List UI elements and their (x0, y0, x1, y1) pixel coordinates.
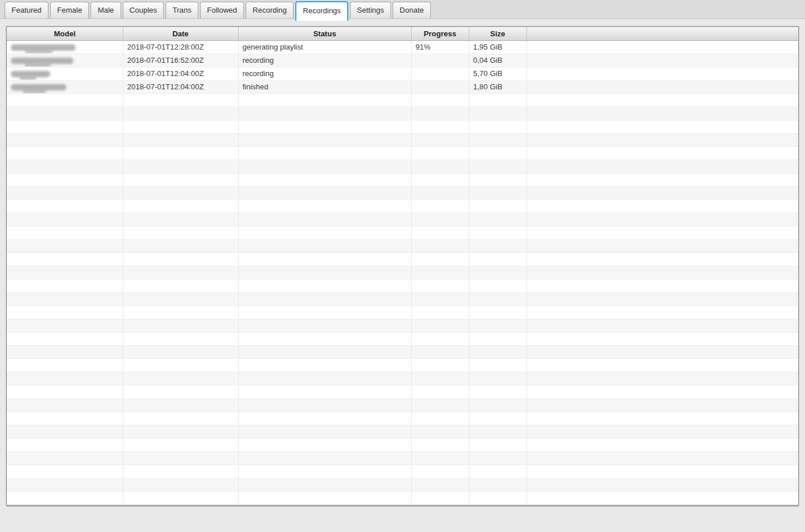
empty-cell (469, 213, 526, 226)
empty-cell (469, 412, 526, 425)
empty-cell (411, 266, 469, 279)
table-row[interactable]: 2018-07-01T16:52:00Zrecording0,04 GiB (7, 54, 798, 67)
empty-cell (469, 120, 526, 133)
empty-table-row (7, 345, 798, 359)
empty-cell (238, 438, 411, 451)
empty-cell (238, 213, 411, 226)
tab-male[interactable]: Male (91, 2, 121, 18)
empty-cell (7, 478, 123, 491)
cell-date[interactable]: 2018-07-01T12:04:00Z (123, 67, 238, 80)
empty-cell (411, 107, 469, 120)
empty-cell (123, 173, 238, 186)
empty-cell (238, 372, 411, 385)
tab-couples[interactable]: Couples (123, 2, 164, 18)
empty-cell (7, 412, 123, 425)
cell-date[interactable]: 2018-07-01T12:28:00Z (123, 40, 238, 54)
cell-size[interactable]: 5,70 GiB (469, 67, 526, 80)
tab-recording[interactable]: Recording (246, 2, 294, 18)
empty-cell (526, 160, 798, 173)
empty-cell (411, 332, 469, 345)
cell-status[interactable]: recording (238, 67, 411, 80)
empty-cell (123, 478, 238, 491)
empty-table-row (7, 359, 798, 372)
empty-cell (123, 120, 238, 133)
empty-cell (469, 451, 526, 465)
empty-cell (123, 438, 238, 451)
empty-cell (526, 491, 798, 504)
cell-status[interactable]: generating playlist (238, 40, 411, 54)
empty-cell (123, 465, 238, 478)
cell-progress[interactable] (411, 54, 469, 67)
empty-cell (123, 372, 238, 385)
empty-table-row (7, 93, 798, 107)
table-row[interactable]: 2018-07-01T12:28:00Zgenerating playlist9… (7, 40, 798, 54)
redacted-model-name (11, 84, 66, 90)
tab-recordings[interactable]: Recordings (295, 1, 348, 21)
empty-cell (526, 305, 798, 319)
column-header-size[interactable]: Size (469, 27, 526, 40)
table-row[interactable]: 2018-07-01T12:04:00Zfinished1,80 GiB (7, 80, 798, 93)
column-header-model[interactable]: Model (7, 27, 123, 40)
empty-table-row (7, 491, 798, 504)
empty-cell (411, 491, 469, 504)
cell-date[interactable]: 2018-07-01T12:04:00Z (123, 80, 238, 93)
cell-status[interactable]: finished (238, 80, 411, 93)
empty-cell (7, 266, 123, 279)
cell-date[interactable]: 2018-07-01T16:52:00Z (123, 54, 238, 67)
empty-cell (238, 199, 411, 213)
tab-settings[interactable]: Settings (350, 2, 391, 18)
cell-size[interactable]: 1,80 GiB (469, 80, 526, 93)
cell-model[interactable] (7, 54, 123, 67)
empty-cell (238, 292, 411, 305)
empty-cell (526, 345, 798, 359)
empty-cell (411, 451, 469, 465)
column-header-status[interactable]: Status (238, 27, 411, 40)
tab-featured[interactable]: Featured (5, 2, 48, 18)
cell-size[interactable]: 0,04 GiB (469, 54, 526, 67)
empty-table-row (7, 239, 798, 252)
empty-cell (7, 359, 123, 372)
cell-progress[interactable] (411, 67, 469, 80)
empty-cell (123, 491, 238, 504)
empty-cell (526, 292, 798, 305)
empty-cell (526, 319, 798, 332)
empty-cell (7, 133, 123, 146)
empty-cell (123, 412, 238, 425)
empty-cell (7, 292, 123, 305)
empty-cell (526, 279, 798, 292)
cell-progress[interactable] (411, 80, 469, 93)
cell-progress[interactable]: 91% (411, 40, 469, 54)
cell-model[interactable] (7, 40, 123, 54)
empty-table-row (7, 425, 798, 438)
cell-filler (526, 67, 798, 80)
empty-cell (411, 398, 469, 412)
cell-model[interactable] (7, 67, 123, 80)
empty-cell (238, 279, 411, 292)
tab-followed[interactable]: Followed (200, 2, 244, 18)
tab-donate[interactable]: Donate (393, 2, 431, 18)
empty-cell (7, 120, 123, 133)
tab-bar: FeaturedFemaleMaleCouplesTransFollowedRe… (0, 0, 805, 19)
cell-status[interactable]: recording (238, 54, 411, 67)
empty-table-row (7, 279, 798, 292)
empty-table-row (7, 438, 798, 451)
cell-model[interactable] (7, 80, 123, 93)
empty-cell (411, 372, 469, 385)
tab-female[interactable]: Female (50, 2, 89, 18)
empty-table-row (7, 266, 798, 279)
empty-cell (7, 186, 123, 199)
redacted-model-name (11, 71, 50, 77)
empty-cell (411, 160, 469, 173)
empty-cell (526, 107, 798, 120)
empty-table-row (7, 186, 798, 199)
column-header-date[interactable]: Date (123, 27, 238, 40)
empty-cell (7, 93, 123, 107)
tab-trans[interactable]: Trans (165, 2, 198, 18)
empty-cell (469, 305, 526, 319)
empty-cell (7, 199, 123, 213)
cell-size[interactable]: 1,95 GiB (469, 40, 526, 54)
table-row[interactable]: 2018-07-01T12:04:00Zrecording5,70 GiB (7, 67, 798, 80)
column-header-progress[interactable]: Progress (411, 27, 469, 40)
empty-cell (123, 385, 238, 398)
empty-table-row (7, 120, 798, 133)
